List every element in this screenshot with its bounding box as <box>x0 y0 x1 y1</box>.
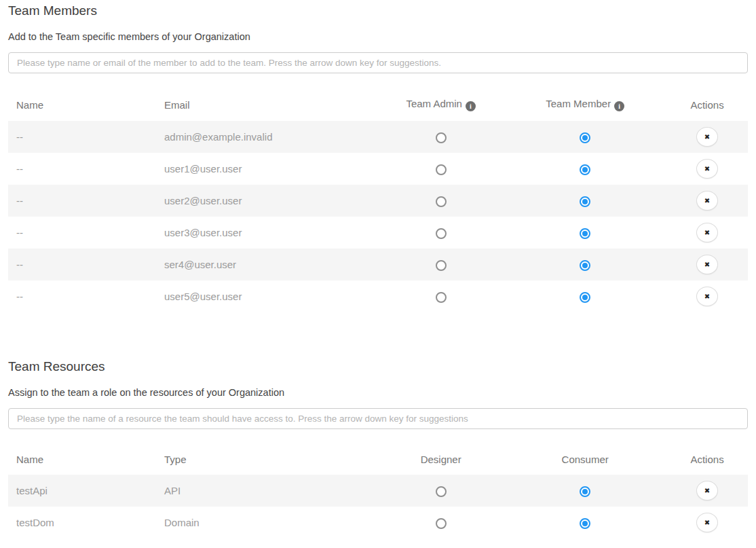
remove-x-icon: ✖ <box>704 197 710 204</box>
remove-member-button[interactable]: ✖ <box>696 127 718 147</box>
team-member-radio[interactable] <box>580 228 590 239</box>
designer-radio[interactable] <box>436 518 447 529</box>
remove-x-icon: ✖ <box>704 133 710 141</box>
resource-name: testDom <box>16 517 54 528</box>
resources-col-designer: Designer <box>378 447 504 475</box>
member-email: user1@user.user <box>164 163 242 175</box>
team-settings-page: Team Members Add to the Team specific me… <box>0 0 756 548</box>
resources-col-type: Type <box>156 447 378 475</box>
team-admin-radio[interactable] <box>436 260 447 271</box>
radio-dot <box>582 167 588 172</box>
team-members-section: Team Members Add to the Team specific me… <box>8 1 748 312</box>
member-row: --user1@user.user✖ <box>8 153 748 185</box>
resource-name: testApi <box>16 485 48 496</box>
remove-x-icon: ✖ <box>704 229 710 236</box>
member-name: -- <box>16 163 23 175</box>
remove-x-icon: ✖ <box>704 293 710 300</box>
resources-col-actions: Actions <box>666 447 748 475</box>
remove-member-button[interactable]: ✖ <box>696 223 718 242</box>
team-member-radio[interactable] <box>580 292 590 303</box>
team-member-radio[interactable] <box>580 260 590 271</box>
remove-member-button[interactable]: ✖ <box>696 287 718 306</box>
resource-row: testApiAPI✖ <box>8 475 748 507</box>
team-resources-title: Team Resources <box>8 357 748 374</box>
member-email: ser4@user.user <box>164 259 236 270</box>
member-name: -- <box>16 131 23 143</box>
col-label-type: Type <box>164 454 187 465</box>
resources-table: Name Type Designer Consumer Actions <box>8 447 748 538</box>
member-name: -- <box>16 291 23 302</box>
member-name: -- <box>16 227 23 238</box>
remove-x-icon: ✖ <box>704 261 710 268</box>
col-label-team-member: Team Member <box>546 98 611 109</box>
resource-typeahead-input[interactable] <box>8 408 748 429</box>
member-email: user2@user.user <box>164 195 242 206</box>
remove-x-icon: ✖ <box>704 487 710 494</box>
col-label-actions: Actions <box>690 99 723 111</box>
member-row: --ser4@user.user✖ <box>8 249 748 280</box>
team-admin-radio[interactable] <box>436 196 447 207</box>
member-name: -- <box>16 259 23 270</box>
col-label-email: Email <box>164 99 190 111</box>
col-label-team-admin: Team Admin <box>406 98 462 109</box>
members-table: Name Email Team Admini Team Memberi Acti… <box>8 91 748 312</box>
radio-dot <box>582 489 588 494</box>
member-row: --user3@user.user✖ <box>8 217 748 249</box>
resources-col-consumer: Consumer <box>504 447 666 475</box>
radio-dot <box>582 263 588 268</box>
team-admin-radio[interactable] <box>436 292 447 303</box>
remove-member-button[interactable]: ✖ <box>696 191 718 211</box>
team-resources-subtitle: Assign to the team a role on the resourc… <box>8 387 748 398</box>
members-col-email: Email <box>156 91 378 121</box>
member-row: --user2@user.user✖ <box>8 185 748 217</box>
team-admin-radio[interactable] <box>436 164 447 175</box>
resource-row: testDomDomain✖ <box>8 507 748 538</box>
members-col-team-member: Team Memberi <box>504 91 666 121</box>
team-resources-section: Team Resources Assign to the team a role… <box>8 357 748 538</box>
members-header-row: Name Email Team Admini Team Memberi Acti… <box>8 91 748 121</box>
resource-type: API <box>164 485 181 496</box>
member-email: admin@example.invalid <box>164 131 272 143</box>
consumer-radio[interactable] <box>580 486 590 497</box>
remove-resource-button[interactable]: ✖ <box>696 513 718 532</box>
members-col-actions: Actions <box>666 91 748 121</box>
member-row: --user5@user.user✖ <box>8 280 748 312</box>
radio-dot <box>582 521 588 526</box>
col-label-name: Name <box>16 99 43 111</box>
remove-member-button[interactable]: ✖ <box>696 255 718 274</box>
members-col-team-admin: Team Admini <box>378 91 504 121</box>
member-name: -- <box>16 195 23 206</box>
resource-type: Domain <box>164 517 200 528</box>
remove-x-icon: ✖ <box>704 519 710 526</box>
col-label-actions: Actions <box>690 454 723 465</box>
member-row: --admin@example.invalid✖ <box>8 121 748 153</box>
remove-x-icon: ✖ <box>704 165 710 172</box>
col-label-consumer: Consumer <box>562 454 609 465</box>
col-label-designer: Designer <box>421 454 461 465</box>
radio-dot <box>582 295 588 300</box>
remove-member-button[interactable]: ✖ <box>696 159 718 179</box>
radio-dot <box>582 199 588 204</box>
radio-dot <box>582 231 588 236</box>
team-members-title: Team Members <box>8 1 748 18</box>
member-typeahead-input[interactable] <box>8 52 748 73</box>
member-email: user5@user.user <box>164 291 242 302</box>
remove-resource-button[interactable]: ✖ <box>696 481 718 500</box>
team-member-radio[interactable] <box>580 196 590 207</box>
team-member-radio[interactable] <box>580 164 590 175</box>
team-members-subtitle: Add to the Team specific members of your… <box>8 31 748 42</box>
members-col-name: Name <box>8 91 156 121</box>
member-email: user3@user.user <box>164 227 242 238</box>
resources-header-row: Name Type Designer Consumer Actions <box>8 447 748 475</box>
team-member-info-icon[interactable]: i <box>614 101 624 111</box>
team-admin-radio[interactable] <box>436 228 447 239</box>
team-admin-radio[interactable] <box>436 132 447 143</box>
team-admin-info-icon[interactable]: i <box>466 101 476 111</box>
col-label-name: Name <box>16 454 43 465</box>
designer-radio[interactable] <box>436 486 447 497</box>
resources-col-name: Name <box>8 447 156 475</box>
team-member-radio[interactable] <box>580 132 590 143</box>
radio-dot <box>582 135 588 141</box>
consumer-radio[interactable] <box>580 518 590 529</box>
